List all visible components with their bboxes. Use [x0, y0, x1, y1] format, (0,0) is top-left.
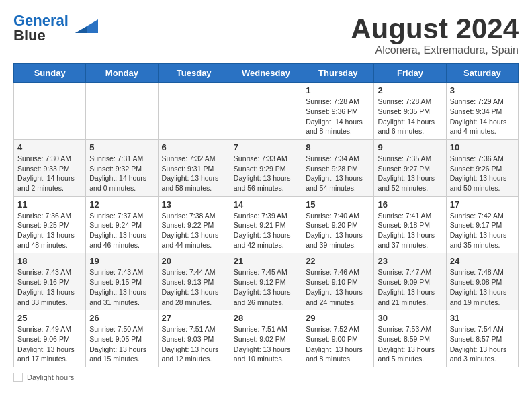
- day-number: 12: [89, 199, 154, 210]
- day-number: 17: [450, 199, 515, 210]
- calendar-cell: 17Sunrise: 7:42 AM Sunset: 9:17 PM Dayli…: [446, 196, 518, 253]
- calendar-cell: 5Sunrise: 7:31 AM Sunset: 9:32 PM Daylig…: [86, 139, 158, 196]
- day-info: Sunrise: 7:49 AM Sunset: 9:06 PM Dayligh…: [17, 324, 82, 364]
- calendar-cell: 25Sunrise: 7:49 AM Sunset: 9:06 PM Dayli…: [14, 310, 86, 367]
- calendar-cell: 24Sunrise: 7:48 AM Sunset: 9:08 PM Dayli…: [446, 253, 518, 310]
- day-info: Sunrise: 7:29 AM Sunset: 9:34 PM Dayligh…: [450, 97, 515, 136]
- calendar-cell: 7Sunrise: 7:33 AM Sunset: 9:29 PM Daylig…: [230, 139, 302, 196]
- logo: GeneralBlue: [13, 13, 98, 43]
- calendar-cell: 4Sunrise: 7:30 AM Sunset: 9:33 PM Daylig…: [14, 139, 86, 196]
- day-number: 20: [162, 256, 226, 266]
- calendar-cell: [230, 83, 302, 140]
- calendar-week-row: 4Sunrise: 7:30 AM Sunset: 9:33 PM Daylig…: [14, 139, 519, 196]
- day-number: 7: [234, 142, 298, 152]
- calendar-cell: 6Sunrise: 7:32 AM Sunset: 9:31 PM Daylig…: [158, 139, 230, 196]
- calendar-cell: 20Sunrise: 7:44 AM Sunset: 9:13 PM Dayli…: [158, 253, 230, 310]
- day-number: 31: [450, 313, 515, 323]
- day-info: Sunrise: 7:53 AM Sunset: 8:59 PM Dayligh…: [378, 324, 442, 364]
- calendar-cell: 27Sunrise: 7:51 AM Sunset: 9:03 PM Dayli…: [158, 310, 230, 367]
- day-info: Sunrise: 7:30 AM Sunset: 9:33 PM Dayligh…: [17, 154, 82, 193]
- calendar-day-header: Friday: [374, 64, 446, 83]
- day-number: 1: [306, 85, 370, 95]
- calendar-cell: 12Sunrise: 7:37 AM Sunset: 9:24 PM Dayli…: [86, 196, 158, 253]
- day-info: Sunrise: 7:38 AM Sunset: 9:22 PM Dayligh…: [162, 211, 226, 250]
- main-title: August 2024: [351, 13, 519, 44]
- calendar-day-header: Monday: [86, 64, 158, 83]
- calendar-day-header: Saturday: [446, 64, 518, 83]
- day-info: Sunrise: 7:54 AM Sunset: 8:57 PM Dayligh…: [450, 324, 515, 364]
- day-info: Sunrise: 7:51 AM Sunset: 9:02 PM Dayligh…: [234, 324, 298, 364]
- day-number: 8: [306, 142, 370, 152]
- calendar-day-header: Tuesday: [158, 64, 230, 83]
- day-info: Sunrise: 7:43 AM Sunset: 9:16 PM Dayligh…: [17, 267, 82, 307]
- day-info: Sunrise: 7:43 AM Sunset: 9:15 PM Dayligh…: [89, 267, 154, 307]
- day-number: 27: [162, 313, 226, 323]
- day-info: Sunrise: 7:28 AM Sunset: 9:35 PM Dayligh…: [378, 97, 442, 136]
- calendar-cell: 31Sunrise: 7:54 AM Sunset: 8:57 PM Dayli…: [446, 310, 518, 367]
- day-number: 15: [306, 199, 370, 210]
- day-info: Sunrise: 7:52 AM Sunset: 9:00 PM Dayligh…: [306, 324, 370, 364]
- day-number: 22: [306, 256, 370, 266]
- calendar-day-header: Sunday: [14, 64, 86, 83]
- calendar-cell: 23Sunrise: 7:47 AM Sunset: 9:09 PM Dayli…: [374, 253, 446, 310]
- day-number: 10: [450, 142, 515, 152]
- calendar-week-row: 1Sunrise: 7:28 AM Sunset: 9:36 PM Daylig…: [14, 83, 519, 140]
- day-number: 11: [17, 199, 82, 210]
- day-info: Sunrise: 7:40 AM Sunset: 9:20 PM Dayligh…: [306, 211, 370, 250]
- calendar-cell: 13Sunrise: 7:38 AM Sunset: 9:22 PM Dayli…: [158, 196, 230, 253]
- daylight-label: Daylight hours: [27, 373, 74, 381]
- calendar-cell: 16Sunrise: 7:41 AM Sunset: 9:18 PM Dayli…: [374, 196, 446, 253]
- calendar-cell: 28Sunrise: 7:51 AM Sunset: 9:02 PM Dayli…: [230, 310, 302, 367]
- calendar-cell: 15Sunrise: 7:40 AM Sunset: 9:20 PM Dayli…: [302, 196, 374, 253]
- day-info: Sunrise: 7:50 AM Sunset: 9:05 PM Dayligh…: [89, 324, 154, 364]
- calendar-cell: 14Sunrise: 7:39 AM Sunset: 9:21 PM Dayli…: [230, 196, 302, 253]
- day-number: 9: [378, 142, 442, 152]
- day-info: Sunrise: 7:33 AM Sunset: 9:29 PM Dayligh…: [234, 154, 298, 193]
- calendar-cell: [158, 83, 230, 140]
- title-block: August 2024 Alconera, Extremadura, Spain: [351, 13, 519, 56]
- day-info: Sunrise: 7:32 AM Sunset: 9:31 PM Dayligh…: [162, 154, 226, 193]
- calendar-week-row: 18Sunrise: 7:43 AM Sunset: 9:16 PM Dayli…: [14, 253, 519, 310]
- calendar-day-header: Wednesday: [230, 64, 302, 83]
- day-info: Sunrise: 7:36 AM Sunset: 9:26 PM Dayligh…: [450, 154, 515, 193]
- day-number: 21: [234, 256, 298, 266]
- calendar-header-row: SundayMondayTuesdayWednesdayThursdayFrid…: [14, 64, 519, 83]
- day-info: Sunrise: 7:34 AM Sunset: 9:28 PM Dayligh…: [306, 154, 370, 193]
- calendar-body: 1Sunrise: 7:28 AM Sunset: 9:36 PM Daylig…: [14, 83, 519, 367]
- day-number: 6: [162, 142, 226, 152]
- calendar-cell: 18Sunrise: 7:43 AM Sunset: 9:16 PM Dayli…: [14, 253, 86, 310]
- calendar-cell: 30Sunrise: 7:53 AM Sunset: 8:59 PM Dayli…: [374, 310, 446, 367]
- logo-text: GeneralBlue: [13, 13, 69, 43]
- day-number: 30: [378, 313, 442, 323]
- calendar-cell: 19Sunrise: 7:43 AM Sunset: 9:15 PM Dayli…: [86, 253, 158, 310]
- day-number: 13: [162, 199, 226, 210]
- day-number: 5: [89, 142, 154, 152]
- calendar-day-header: Thursday: [302, 64, 374, 83]
- calendar-cell: 29Sunrise: 7:52 AM Sunset: 9:00 PM Dayli…: [302, 310, 374, 367]
- day-number: 19: [89, 256, 154, 266]
- calendar-week-row: 11Sunrise: 7:36 AM Sunset: 9:25 PM Dayli…: [14, 196, 519, 253]
- sub-title: Alconera, Extremadura, Spain: [351, 44, 519, 56]
- logo-icon: [73, 14, 98, 36]
- day-info: Sunrise: 7:51 AM Sunset: 9:03 PM Dayligh…: [162, 324, 226, 364]
- day-info: Sunrise: 7:28 AM Sunset: 9:36 PM Dayligh…: [306, 97, 370, 136]
- day-number: 24: [450, 256, 515, 266]
- day-info: Sunrise: 7:31 AM Sunset: 9:32 PM Dayligh…: [89, 154, 154, 193]
- calendar-cell: 11Sunrise: 7:36 AM Sunset: 9:25 PM Dayli…: [14, 196, 86, 253]
- day-number: 14: [234, 199, 298, 210]
- calendar-cell: 26Sunrise: 7:50 AM Sunset: 9:05 PM Dayli…: [86, 310, 158, 367]
- day-info: Sunrise: 7:37 AM Sunset: 9:24 PM Dayligh…: [89, 211, 154, 250]
- day-info: Sunrise: 7:36 AM Sunset: 9:25 PM Dayligh…: [17, 211, 82, 250]
- day-info: Sunrise: 7:48 AM Sunset: 9:08 PM Dayligh…: [450, 267, 515, 307]
- calendar-cell: 10Sunrise: 7:36 AM Sunset: 9:26 PM Dayli…: [446, 139, 518, 196]
- calendar-cell: 3Sunrise: 7:29 AM Sunset: 9:34 PM Daylig…: [446, 83, 518, 140]
- day-number: 26: [89, 313, 154, 323]
- day-number: 25: [17, 313, 82, 323]
- day-number: 2: [378, 85, 442, 95]
- day-info: Sunrise: 7:45 AM Sunset: 9:12 PM Dayligh…: [234, 267, 298, 307]
- calendar-cell: 22Sunrise: 7:46 AM Sunset: 9:10 PM Dayli…: [302, 253, 374, 310]
- calendar-cell: [86, 83, 158, 140]
- day-info: Sunrise: 7:47 AM Sunset: 9:09 PM Dayligh…: [378, 267, 442, 307]
- day-number: 28: [234, 313, 298, 323]
- calendar-cell: 2Sunrise: 7:28 AM Sunset: 9:35 PM Daylig…: [374, 83, 446, 140]
